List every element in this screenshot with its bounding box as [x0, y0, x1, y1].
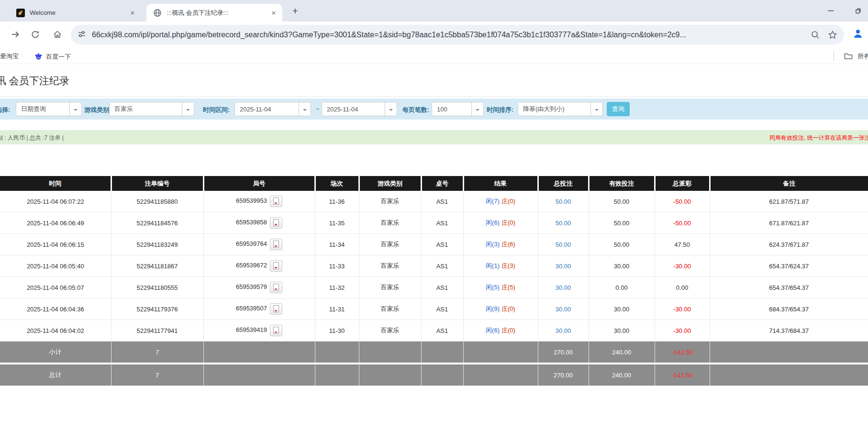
tab-welcome[interactable]: Welcome ×	[10, 4, 141, 22]
round-number: 659539579	[236, 283, 267, 290]
round-number: 659539419	[236, 326, 267, 333]
page-size-label: 每页笔数:	[402, 106, 429, 114]
folder-icon[interactable]	[844, 52, 853, 60]
record-detail-icon[interactable]	[270, 260, 282, 272]
game-cell: 百家乐	[359, 234, 421, 255]
time-cell: 2025-11-04 06:04:02	[0, 320, 111, 342]
total-bet-cell[interactable]: 30.00	[538, 255, 589, 277]
date-to-input[interactable]: 2025-11-04	[322, 102, 397, 116]
url-text[interactable]: 66cxkj98.com/ipl/portal.php/game/betreco…	[92, 31, 803, 39]
bet-id-cell: 522941183249	[111, 234, 203, 255]
result-player: 闲(7)	[486, 198, 500, 205]
bookmark-baidu[interactable]: du 百度一下	[34, 52, 71, 62]
game-cell: 百家乐	[359, 255, 421, 277]
table-no-cell: AS1	[421, 234, 463, 255]
valid-bet-cell: 30.00	[589, 320, 655, 342]
round-cell: 659539419	[203, 320, 315, 342]
game-cell: 百家乐	[359, 277, 421, 298]
result-banker: 庄(0)	[501, 305, 515, 312]
home-icon[interactable]	[53, 30, 62, 39]
forward-icon[interactable]	[11, 30, 20, 39]
subtotal-label: 小计	[0, 342, 111, 364]
round-cell: 659539764	[203, 234, 315, 255]
record-detail-icon[interactable]	[270, 282, 282, 293]
result-player: 闲(3)	[486, 241, 500, 248]
minimize-icon[interactable]	[827, 7, 835, 14]
total-bet-cell[interactable]: 30.00	[538, 298, 589, 320]
session-cell: 11-31	[315, 298, 359, 320]
round-number: 659539953	[236, 197, 267, 204]
bet-id-cell: 522941181867	[111, 255, 203, 277]
zoom-icon[interactable]	[811, 30, 820, 40]
close-tab-icon[interactable]: ×	[269, 8, 278, 18]
chevron-down-icon[interactable]	[182, 102, 194, 116]
total-bet-cell[interactable]: 50.00	[538, 191, 589, 212]
total-valid-bet: 240.00	[589, 364, 655, 386]
chevron-down-icon[interactable]	[471, 102, 483, 116]
subtotal-count: 7	[111, 342, 203, 364]
bet-id-cell: 522941180555	[111, 277, 203, 298]
empty-cell	[463, 342, 538, 364]
empty-cell	[710, 342, 868, 364]
record-detail-icon[interactable]	[270, 303, 282, 315]
reload-icon[interactable]	[31, 30, 40, 39]
time-cell: 2025-11-04 06:05:07	[0, 277, 111, 298]
currency-summary: 币别 : 人民币 | 总共 :7 注单 |	[0, 134, 64, 142]
session-cell: 11-32	[315, 277, 359, 298]
payout-cell: -50.00	[655, 212, 710, 234]
total-label: 总计	[0, 364, 111, 386]
game-category-label: 游戏类别	[84, 106, 109, 114]
col-table-no: 桌号	[421, 176, 463, 191]
total-total-bet: 270.00	[538, 364, 589, 386]
sort-order-select[interactable]: 降幂(由大到小)	[518, 102, 603, 116]
record-detail-icon[interactable]	[270, 196, 282, 207]
payout-cell: -30.00	[655, 255, 710, 277]
valid-bet-cell: 30.00	[589, 298, 655, 320]
query-type-select[interactable]: 日期查询	[16, 102, 82, 116]
restore-icon[interactable]	[855, 7, 862, 14]
total-bet-cell[interactable]: 50.00	[538, 234, 589, 255]
empty-cell	[463, 364, 538, 386]
bet-record-table: 时间 注单编号 局号 场次 游戏类别 桌号 结果 总投注 有效投注 总派彩 备注…	[0, 176, 868, 386]
game-cell: 百家乐	[359, 298, 421, 320]
bookmark-taobao[interactable]: 爱淘宝	[0, 52, 19, 61]
col-session: 场次	[315, 176, 359, 191]
result-banker: 庄(5)	[501, 284, 515, 291]
all-bookmarks-label[interactable]: 所有书签	[857, 52, 868, 61]
col-valid-bet: 有效投注	[589, 176, 655, 191]
url-bar[interactable]: 66cxkj98.com/ipl/portal.php/game/betreco…	[71, 25, 844, 44]
note-cell: 671.87/621.87	[710, 212, 868, 234]
bet-row: 2025-11-04 06:04:36522941179376659539507…	[0, 298, 868, 320]
page-size-select[interactable]: 100	[432, 102, 484, 116]
profile-avatar-icon[interactable]	[853, 28, 863, 39]
tab-bet-record[interactable]: :::视讯 会员下注纪录::: ×	[146, 4, 282, 22]
game-cell: 百家乐	[359, 191, 421, 212]
bookmark-star-icon[interactable]	[828, 30, 837, 40]
new-tab-button[interactable]: +	[289, 5, 301, 17]
bet-id-cell: 522941184576	[111, 212, 203, 234]
title-divider	[0, 96, 868, 97]
search-button[interactable]: 查询	[607, 102, 630, 116]
chevron-down-icon[interactable]	[385, 102, 397, 116]
total-payout: -142.50	[655, 364, 710, 386]
close-tab-icon[interactable]: ×	[128, 8, 137, 18]
game-category-select[interactable]: 百家乐	[109, 102, 194, 116]
total-bet-cell[interactable]: 50.00	[538, 212, 589, 234]
table-no-cell: AS1	[421, 212, 463, 234]
chevron-down-icon[interactable]	[590, 102, 602, 116]
table-no-cell: AS1	[421, 298, 463, 320]
tab-title: Welcome	[30, 9, 128, 16]
bet-id-cell: 522941177941	[111, 320, 203, 342]
total-bet-cell[interactable]: 30.00	[538, 277, 589, 298]
table-no-cell: AS1	[421, 191, 463, 212]
tune-icon[interactable]	[78, 30, 86, 40]
header-row: 时间 注单编号 局号 场次 游戏类别 桌号 结果 总投注 有效投注 总派彩 备注	[0, 176, 868, 191]
record-detail-icon[interactable]	[270, 239, 282, 250]
date-from-input[interactable]: 2025-11-04	[234, 102, 311, 116]
chevron-down-icon[interactable]	[69, 102, 81, 116]
record-detail-icon[interactable]	[270, 325, 282, 336]
chevron-down-icon[interactable]	[299, 102, 311, 116]
record-detail-icon[interactable]	[270, 217, 282, 229]
empty-cell	[710, 364, 868, 386]
total-bet-cell[interactable]: 30.00	[538, 320, 589, 342]
